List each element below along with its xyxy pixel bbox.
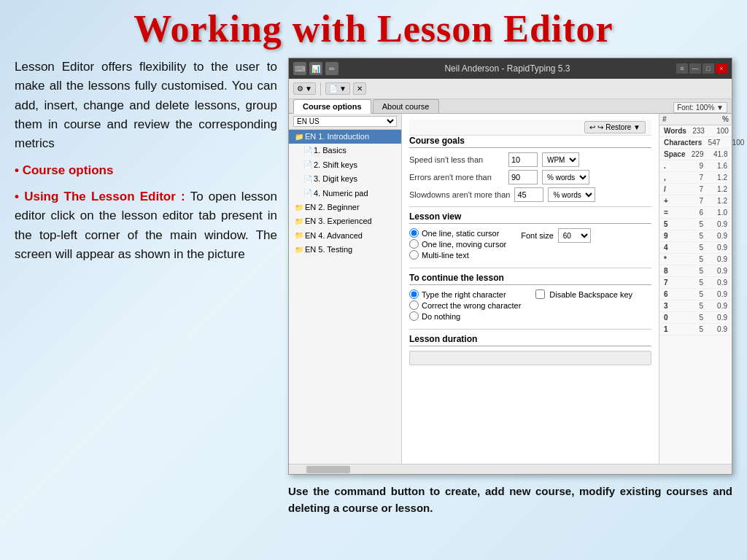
- restore-button[interactable]: ↩ ↪ Restore ▼: [584, 121, 646, 133]
- radio-type-right-input[interactable]: [409, 289, 419, 299]
- radio-static-input[interactable]: [409, 228, 419, 238]
- course-goals-section-title: Course goals: [409, 136, 651, 148]
- restore-row: ↩ ↪ Restore ▼: [409, 120, 651, 136]
- close-button[interactable]: ×: [716, 63, 727, 74]
- font-selector[interactable]: Font: 100% ▼: [673, 102, 727, 113]
- sidebar-item[interactable]: 📁 EN 4. Advanced: [289, 229, 401, 243]
- lang-selector[interactable]: EN US: [289, 114, 401, 130]
- backspace-label: Disable Backspace key: [549, 290, 632, 299]
- speed-unit-select[interactable]: WPM: [542, 152, 579, 167]
- stats-row: + 7 1.2: [659, 195, 732, 207]
- backspace-checkbox[interactable]: [535, 289, 545, 299]
- app-icon-edit: ✏: [325, 62, 338, 75]
- radio-type-right: Type the right character: [409, 289, 521, 299]
- page-icon: 📄: [303, 188, 312, 198]
- tab-course-options[interactable]: Course options: [293, 99, 371, 114]
- sidebar-item[interactable]: 📁 EN 3. Experienced: [289, 214, 401, 228]
- speed-input[interactable]: [508, 152, 538, 167]
- tab-about-course-label: About course: [382, 102, 430, 111]
- stats-count: 5: [685, 255, 703, 263]
- stats-row: 5 5 0.9: [659, 219, 732, 230]
- sidebar-item[interactable]: 📄 3. Digit keys: [289, 172, 401, 186]
- stats-values: 5 0.9: [685, 325, 727, 333]
- lang-select[interactable]: EN US: [293, 116, 397, 127]
- sidebar-item-label: EN 3. Experienced: [305, 216, 372, 227]
- main-panel[interactable]: ↩ ↪ Restore ▼ Course goals Speed isn't l…: [402, 114, 659, 464]
- lesson-duration-slider[interactable]: [409, 351, 651, 365]
- stats-count: 5: [685, 232, 703, 240]
- lesson-view-radio-group: One line, static cursor One line, moving…: [409, 228, 506, 261]
- sidebar-item[interactable]: 📁 EN 5. Testing: [289, 243, 401, 257]
- radio-correct-wrong-input[interactable]: [409, 300, 419, 310]
- sidebar-item[interactable]: 📁 EN 2. Beginner: [289, 201, 401, 214]
- stats-values: 5 0.9: [685, 232, 727, 240]
- stats-values: 5 0.9: [685, 290, 727, 298]
- menu-icon[interactable]: ≡: [676, 63, 688, 74]
- bottom-text: Use the command button to create, add ne…: [288, 481, 732, 519]
- lesson-view-section-title: Lesson view: [409, 211, 651, 224]
- lesson-duration-title: Lesson duration: [409, 334, 651, 346]
- stats-row: , 7 1.2: [659, 172, 732, 184]
- radio-moving-input[interactable]: [409, 239, 419, 249]
- stats-pct: 100: [726, 139, 744, 147]
- stats-label: 9: [664, 232, 668, 240]
- stats-pct: 0.9: [709, 267, 727, 275]
- bullet-label: • Course options: [15, 163, 113, 177]
- sidebar-item[interactable]: 📄 2. Shift keys: [289, 158, 401, 172]
- stats-pct: 1.2: [709, 185, 727, 193]
- stats-label: Words: [664, 127, 686, 135]
- toolbar-dropdown-btn[interactable]: ⚙ ▼: [293, 82, 316, 95]
- stats-pct: 0.9: [709, 220, 727, 228]
- stats-pct: 1.6: [709, 162, 727, 170]
- tree-container: 📁 EN 1. Introduction📄 1. Basics📄 2. Shif…: [289, 130, 401, 257]
- continue-lesson-body: Type the right character Correct the wro…: [409, 289, 651, 324]
- tab-course-options-label: Course options: [303, 102, 362, 111]
- stats-pct: 1.2: [709, 174, 727, 182]
- errors-input[interactable]: [508, 170, 538, 184]
- toolbar-arrow: ▼: [305, 85, 312, 93]
- stats-values: 233 100: [686, 127, 729, 135]
- sidebar-item[interactable]: 📄 4. Numeric pad: [289, 187, 401, 201]
- toolbar-new-btn[interactable]: 📄 ▼: [325, 82, 350, 95]
- folder-icon: 📁: [295, 203, 303, 213]
- bullet-text-full: • Using The Lesson Editor : To open less…: [15, 187, 277, 264]
- app-icon-chart: 📊: [309, 62, 322, 75]
- radio-do-nothing: Do nothing: [409, 311, 521, 321]
- stats-header-pct: %: [722, 115, 729, 123]
- stats-values: 229 41.8: [685, 150, 727, 158]
- stats-pct: 0.9: [709, 232, 727, 240]
- stats-count: 9: [685, 162, 703, 170]
- sidebar-item[interactable]: 📁 EN 1. Introduction: [289, 130, 401, 144]
- divider1: [409, 206, 651, 207]
- stats-pct: 0.9: [709, 279, 727, 287]
- stats-row: Characters 547 100: [659, 137, 732, 149]
- stats-row: 1 5 0.9: [659, 324, 732, 335]
- app-icon-keyboard: ⌨: [293, 62, 306, 75]
- errors-unit-select[interactable]: % words: [542, 170, 589, 184]
- radio-do-nothing-input[interactable]: [409, 311, 419, 321]
- toolbar-delete-btn[interactable]: ✕: [353, 82, 366, 95]
- horizontal-scrollbar[interactable]: [289, 464, 732, 474]
- sidebar-item-label: EN 2. Beginner: [305, 202, 360, 213]
- tab-about-course[interactable]: About course: [373, 99, 439, 113]
- minimize-button[interactable]: —: [689, 63, 701, 74]
- font-size-select[interactable]: 60: [558, 228, 591, 243]
- stats-row: 4 5 0.9: [659, 242, 732, 254]
- maximize-button[interactable]: □: [703, 63, 714, 74]
- slowdowns-input[interactable]: [514, 187, 543, 202]
- stats-label: Space: [664, 150, 685, 158]
- font-label: Font: 100% ▼: [677, 104, 724, 112]
- radio-do-nothing-label: Do nothing: [422, 312, 460, 321]
- stats-count: 5: [685, 267, 703, 275]
- slowdowns-unit-select[interactable]: % words: [548, 187, 595, 202]
- stats-row: Space 229 41.8: [659, 149, 732, 160]
- errors-row: Errors aren't more than % words: [409, 170, 651, 184]
- divider2: [409, 268, 651, 268]
- stats-row: / 7 1.2: [659, 184, 732, 195]
- lesson-view-body: One line, static cursor One line, moving…: [409, 228, 651, 263]
- stats-label: Characters: [664, 139, 702, 147]
- radio-multiline-input[interactable]: [409, 250, 419, 260]
- sidebar-item[interactable]: 📄 1. Basics: [289, 144, 401, 158]
- speed-row: Speed isn't less than WPM: [409, 152, 651, 167]
- stats-values: 9 1.6: [685, 162, 727, 170]
